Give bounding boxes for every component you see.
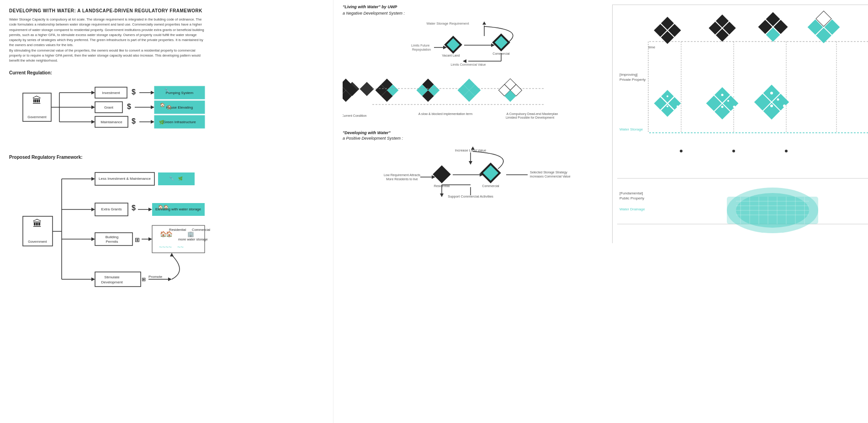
svg-text:🏛: 🏛 bbox=[32, 95, 42, 105]
main-container: DEVELOPING WITH WATER: A LANDSCAPE-DRIVE… bbox=[0, 0, 868, 423]
svg-point-212 bbox=[721, 94, 724, 96]
svg-text:Stimulate: Stimulate bbox=[104, 275, 120, 279]
left-panel: DEVELOPING WITH WATER: A LANDSCAPE-DRIVE… bbox=[0, 0, 333, 423]
svg-text:〜〜: 〜〜 bbox=[177, 245, 184, 249]
svg-point-221 bbox=[770, 92, 773, 94]
svg-text:Grant: Grant bbox=[104, 105, 114, 110]
svg-text:⊞: ⊞ bbox=[142, 277, 146, 282]
right-col-left: "Living with Water" by UWP a Negative De… bbox=[343, 5, 603, 243]
svg-text:increases Commercial Value: increases Commercial Value bbox=[530, 175, 571, 178]
svg-text:Elevating with water storage: Elevating with water storage bbox=[155, 207, 201, 211]
proposed-framework-diagram: 🏛 Government Less Invest bbox=[14, 166, 210, 298]
living-water-subtitle: a Negative Development System : bbox=[343, 11, 603, 16]
svg-marker-139 bbox=[469, 161, 472, 165]
svg-rect-150 bbox=[483, 165, 498, 181]
svg-text:🏠: 🏠 bbox=[160, 102, 165, 108]
svg-text:Building: Building bbox=[106, 235, 118, 239]
svg-text:Vacant Land: Vacant Land bbox=[442, 54, 460, 57]
current-regulation-diagram: 🏛 Government Investment $ bbox=[14, 82, 210, 141]
svg-point-227 bbox=[732, 150, 735, 152]
living-water-title: "Living with Water" by UWP bbox=[343, 5, 603, 9]
svg-point-226 bbox=[680, 150, 683, 152]
svg-point-223 bbox=[770, 104, 773, 107]
svg-text:time: time bbox=[648, 45, 656, 49]
current-regulation-title: Current Regulation: bbox=[9, 70, 324, 75]
svg-text:Limided Possible for Developme: Limided Possible for Development bbox=[506, 116, 554, 120]
svg-text:Promote: Promote bbox=[148, 275, 163, 279]
svg-text:🏢: 🏢 bbox=[187, 230, 194, 237]
svg-marker-20 bbox=[151, 105, 154, 109]
svg-text:⊞: ⊞ bbox=[135, 236, 140, 243]
svg-point-214 bbox=[721, 106, 724, 108]
svg-rect-78 bbox=[95, 272, 141, 287]
negative-system-tiles: Current Condition A slow & blocked imple… bbox=[343, 75, 603, 121]
svg-rect-51 bbox=[158, 172, 195, 185]
svg-text:Permits: Permits bbox=[106, 240, 118, 244]
cycle-diagram: Water Storage Requirement Limits Future … bbox=[407, 20, 562, 70]
developing-water-section: "Developing with Water" a Positive Devel… bbox=[343, 131, 603, 205]
svg-text:〜〜〜〜: 〜〜〜〜 bbox=[159, 245, 172, 249]
svg-text:Private Property: Private Property bbox=[619, 78, 646, 82]
main-title: DEVELOPING WITH WATER: A LANDSCAPE-DRIVE… bbox=[9, 8, 324, 13]
svg-text:$: $ bbox=[132, 117, 136, 125]
svg-marker-100 bbox=[482, 21, 486, 25]
svg-marker-160 bbox=[440, 193, 444, 197]
svg-text:Water Storage: Water Storage bbox=[619, 127, 643, 131]
living-water-section: "Living with Water" by UWP a Negative De… bbox=[343, 5, 603, 121]
svg-marker-10 bbox=[91, 120, 95, 124]
svg-text:Increase Land Value: Increase Land Value bbox=[455, 148, 486, 152]
svg-text:Selected Storage Strategy: Selected Storage Strategy bbox=[530, 171, 567, 174]
svg-point-213 bbox=[733, 94, 736, 96]
svg-text:Water Storage Requirement: Water Storage Requirement bbox=[426, 21, 469, 26]
body-text: Water Storage Capacity is compulsory at … bbox=[9, 17, 206, 63]
svg-text:[Fundamental]: [Fundamental] bbox=[619, 191, 643, 195]
svg-text:more water storage: more water storage bbox=[178, 237, 208, 241]
svg-marker-83 bbox=[168, 277, 172, 281]
svg-point-206 bbox=[667, 105, 668, 107]
svg-text:Water Drainage: Water Drainage bbox=[619, 207, 645, 211]
right-col-right: [Improving] Private Property time Enhanc… bbox=[612, 5, 868, 243]
svg-marker-42 bbox=[91, 177, 95, 181]
svg-marker-6 bbox=[91, 91, 95, 94]
svg-text:Government: Government bbox=[27, 115, 47, 119]
svg-marker-46 bbox=[91, 237, 95, 241]
svg-rect-145 bbox=[435, 168, 448, 181]
svg-text:Current Condition: Current Condition bbox=[343, 114, 367, 117]
svg-point-204 bbox=[667, 95, 668, 97]
svg-text:Low Requirement Attracts: Low Requirement Attracts bbox=[384, 173, 421, 177]
svg-point-225 bbox=[777, 99, 779, 101]
svg-text:Limits Future: Limits Future bbox=[411, 44, 430, 47]
svg-text:Government: Government bbox=[28, 240, 47, 244]
svg-text:A Compulsory Dead-end Masterpl: A Compulsory Dead-end Masterplan bbox=[507, 112, 558, 116]
svg-text:$: $ bbox=[132, 204, 136, 212]
svg-point-228 bbox=[785, 150, 788, 152]
svg-text:$: $ bbox=[132, 88, 136, 96]
right-panel: "Living with Water" by UWP a Negative De… bbox=[333, 0, 868, 423]
svg-text:🔧: 🔧 bbox=[169, 176, 175, 181]
svg-marker-58 bbox=[148, 208, 152, 211]
svg-point-222 bbox=[783, 92, 786, 94]
developing-subtitle: a Positive Development System : bbox=[343, 136, 603, 141]
svg-point-216 bbox=[727, 100, 729, 102]
positive-cycle-diagram: Increase Land Value Low Requirement Attr… bbox=[379, 145, 603, 205]
svg-text:Pumping System: Pumping System bbox=[166, 91, 194, 95]
svg-text:Investment: Investment bbox=[102, 91, 120, 95]
svg-point-215 bbox=[733, 106, 736, 108]
svg-text:Commercial: Commercial bbox=[482, 184, 499, 188]
svg-marker-44 bbox=[91, 208, 95, 211]
svg-point-224 bbox=[783, 104, 786, 107]
svg-text:Less Investment & Maintenance: Less Investment & Maintenance bbox=[99, 177, 151, 181]
svg-rect-93 bbox=[447, 38, 460, 51]
svg-text:More Residents to live: More Residents to live bbox=[386, 178, 418, 181]
svg-marker-25 bbox=[151, 120, 154, 124]
svg-text:🏠: 🏠 bbox=[166, 230, 173, 237]
svg-marker-68 bbox=[148, 237, 152, 241]
svg-marker-15 bbox=[151, 91, 154, 94]
developing-title: "Developing with Water" bbox=[343, 131, 603, 135]
svg-text:🏛: 🏛 bbox=[33, 219, 42, 229]
svg-text:🌿: 🌿 bbox=[178, 176, 183, 181]
svg-text:Green Infrastructure: Green Infrastructure bbox=[163, 120, 196, 124]
svg-text:A slow & blocked implementatio: A slow & blocked implementation term bbox=[418, 112, 472, 116]
svg-text:Commercial Property: Commercial Property bbox=[192, 228, 210, 232]
svg-text:[Improving]: [Improving] bbox=[619, 73, 638, 77]
